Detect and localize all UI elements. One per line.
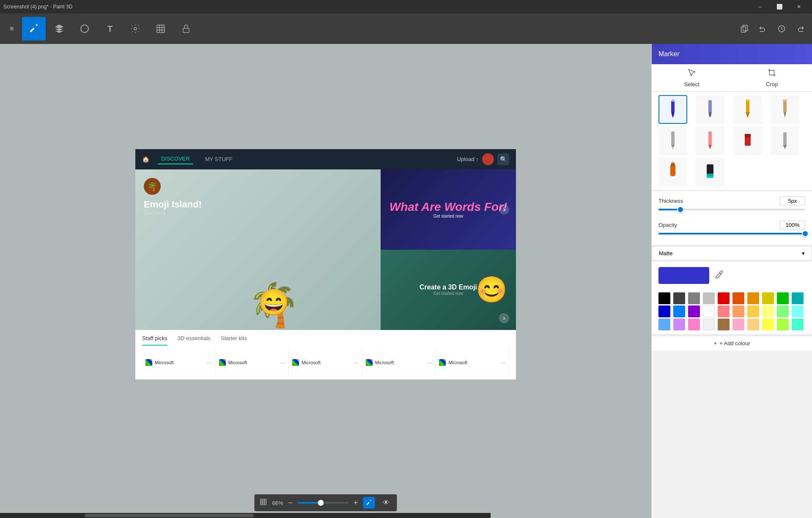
opacity-slider-thumb[interactable] bbox=[802, 230, 809, 237]
color-light-pink[interactable] bbox=[732, 319, 744, 330]
brush-airbrush[interactable] bbox=[771, 126, 799, 155]
zoom-out-button[interactable]: − bbox=[288, 499, 293, 507]
color-gray[interactable] bbox=[688, 292, 700, 304]
thickness-label: Thickness bbox=[658, 198, 780, 204]
color-near-white[interactable] bbox=[703, 319, 715, 330]
color-brown[interactable] bbox=[718, 319, 730, 330]
close-button[interactable]: ✕ bbox=[789, 0, 809, 14]
color-yellow[interactable] bbox=[747, 305, 759, 317]
thickness-slider-thumb[interactable] bbox=[677, 206, 684, 213]
color-darkgray[interactable] bbox=[673, 292, 685, 304]
eyedropper-button[interactable] bbox=[713, 269, 726, 282]
resize-tool-button[interactable] bbox=[149, 17, 173, 41]
color-green[interactable] bbox=[777, 292, 789, 304]
3d-tool-button[interactable] bbox=[47, 17, 71, 41]
panel-actions: Select Crop bbox=[652, 64, 812, 92]
color-red[interactable] bbox=[718, 292, 730, 304]
brush-pencil-pink[interactable] bbox=[696, 126, 724, 155]
brush-brown[interactable] bbox=[771, 95, 799, 124]
color-pink[interactable] bbox=[688, 319, 700, 330]
canvas-scrollbar[interactable] bbox=[0, 513, 491, 518]
color-lightgray[interactable] bbox=[703, 292, 715, 304]
color-salmon[interactable] bbox=[718, 305, 730, 317]
crop-button[interactable]: Crop bbox=[732, 64, 812, 91]
mockup-nav-discover[interactable]: DISCOVER bbox=[158, 154, 193, 164]
redo-button[interactable] bbox=[792, 20, 809, 37]
svg-marker-10 bbox=[672, 115, 674, 118]
text-tool-button[interactable]: T bbox=[98, 17, 122, 41]
fit-view-button[interactable] bbox=[259, 498, 267, 507]
select-button[interactable]: Select bbox=[652, 64, 732, 91]
color-orange-red[interactable] bbox=[732, 292, 744, 304]
mockup-tab-3d[interactable]: 3D essentials bbox=[178, 335, 211, 346]
color-mint[interactable] bbox=[792, 319, 804, 330]
svg-rect-20 bbox=[783, 99, 787, 101]
visibility-button[interactable]: 👁 bbox=[380, 497, 392, 509]
brush-yellow[interactable] bbox=[733, 95, 762, 124]
mockup-header: 🏠 DISCOVER MY STUFF Upload ↑ 🔍 bbox=[135, 149, 516, 169]
scrollbar-thumb[interactable] bbox=[85, 514, 254, 517]
texture-dropdown[interactable]: Matte ▾ bbox=[652, 246, 812, 260]
color-purple[interactable] bbox=[688, 305, 700, 317]
color-light-green[interactable] bbox=[777, 305, 789, 317]
mockup-tab-staff[interactable]: Staff picks bbox=[142, 335, 167, 346]
brush-pencil-gray[interactable] bbox=[658, 126, 687, 155]
color-light-yellow[interactable] bbox=[762, 305, 774, 317]
mockup-nav-mystuff[interactable]: MY STUFF bbox=[202, 154, 236, 164]
color-light-teal[interactable] bbox=[792, 305, 804, 317]
color-orange[interactable] bbox=[747, 292, 759, 304]
hero-rt-title: What Are Words For! bbox=[390, 200, 507, 214]
effects-tool-button[interactable] bbox=[123, 17, 147, 41]
color-blue[interactable] bbox=[658, 305, 670, 317]
maximize-button[interactable]: ⬜ bbox=[770, 0, 789, 14]
brush-eraser[interactable] bbox=[733, 126, 762, 155]
shapes-tool-button[interactable] bbox=[73, 17, 96, 41]
color-black[interactable] bbox=[658, 292, 670, 304]
title-bar: Screenshot (4).png* - Paint 3D ─ ⬜ ✕ bbox=[0, 0, 812, 14]
paste-button[interactable] bbox=[736, 20, 753, 37]
undo-button[interactable] bbox=[754, 20, 771, 37]
select-icon bbox=[687, 68, 697, 79]
current-color-swatch[interactable] bbox=[658, 267, 709, 284]
color-yellow-dark[interactable] bbox=[762, 292, 774, 304]
marker-active-indicator[interactable] bbox=[363, 497, 375, 509]
opacity-slider-track[interactable] bbox=[658, 233, 805, 234]
zoom-in-button[interactable]: + bbox=[354, 499, 358, 507]
add-color-button[interactable]: + + Add colour bbox=[652, 335, 812, 351]
minimize-button[interactable]: ─ bbox=[750, 0, 770, 14]
color-lavender[interactable] bbox=[673, 319, 685, 330]
color-sand[interactable] bbox=[747, 319, 759, 330]
brush-orange-bottle[interactable] bbox=[658, 158, 687, 186]
opacity-value[interactable]: 100% bbox=[780, 221, 805, 229]
crop-label: Crop bbox=[766, 81, 778, 87]
crop-icon bbox=[767, 68, 776, 79]
color-bright-yellow[interactable] bbox=[762, 319, 774, 330]
thickness-slider-track[interactable] bbox=[658, 209, 805, 210]
color-teal[interactable] bbox=[792, 292, 804, 304]
color-white[interactable] bbox=[703, 305, 715, 317]
color-peach[interactable] bbox=[732, 305, 744, 317]
color-light-blue[interactable] bbox=[673, 305, 685, 317]
right-panel: Marker Select Crop bbox=[651, 44, 812, 518]
brush-tool-button[interactable] bbox=[22, 17, 46, 41]
zoom-slider-thumb[interactable] bbox=[318, 500, 324, 506]
brush-marker-blue[interactable] bbox=[658, 95, 687, 124]
main-toolbar: ≡ T bbox=[0, 14, 812, 44]
brush-teal-multi[interactable] bbox=[696, 158, 724, 186]
thickness-value[interactable]: 5px bbox=[780, 196, 805, 205]
svg-marker-14 bbox=[709, 115, 711, 118]
svg-rect-4 bbox=[743, 25, 748, 31]
canvas-area[interactable]: 🏠 DISCOVER MY STUFF Upload ↑ 🔍 bbox=[0, 44, 651, 518]
mockup-tab-starter[interactable]: Starter kits bbox=[221, 335, 247, 346]
mockup-nav-right: Upload ↑ 🔍 bbox=[457, 153, 509, 165]
brush-grid bbox=[652, 92, 812, 190]
lock-tool-button[interactable] bbox=[174, 17, 198, 41]
color-lime[interactable] bbox=[777, 319, 789, 330]
hamburger-button[interactable]: ≡ bbox=[3, 14, 20, 44]
svg-rect-15 bbox=[746, 100, 749, 112]
zoom-slider-track[interactable] bbox=[298, 502, 348, 504]
brush-pen-blue[interactable] bbox=[696, 95, 724, 124]
mockup-upload: Upload ↑ bbox=[457, 156, 479, 162]
color-sky-blue[interactable] bbox=[658, 319, 670, 330]
history-button[interactable] bbox=[773, 20, 790, 37]
